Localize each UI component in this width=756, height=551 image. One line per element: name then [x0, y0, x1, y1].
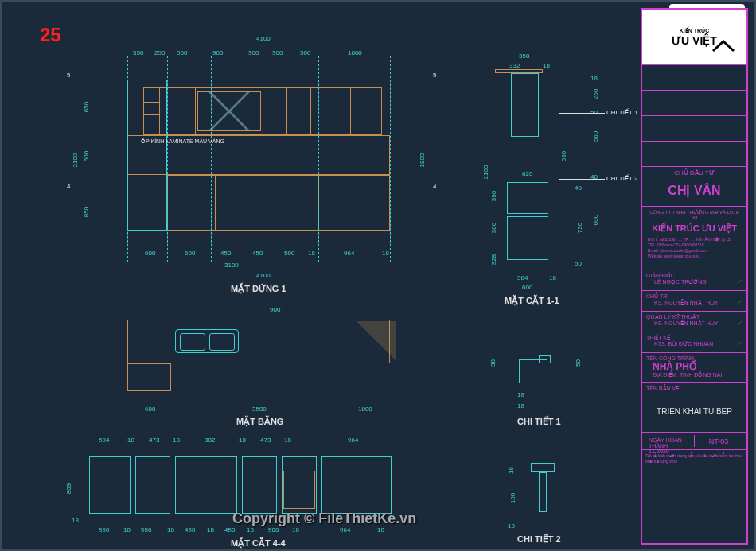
- dim: 18: [127, 437, 134, 444]
- dim: 366: [490, 223, 497, 233]
- dim: 396: [490, 191, 497, 201]
- section-1-1-label: MẶT CẮT 1-1: [505, 296, 559, 306]
- signature-icon: ⟋: [735, 318, 743, 327]
- dim: 450: [185, 526, 195, 534]
- dim: 18: [517, 402, 524, 409]
- dim: 350: [133, 49, 143, 56]
- plan-view: [95, 320, 398, 395]
- lead-row: CHỦ TRÌ KS. NGUYỄN NHẬT HUY ⟋: [642, 291, 746, 312]
- dim: 18: [173, 437, 180, 444]
- dim: 594: [99, 437, 109, 444]
- dim: 900: [270, 306, 280, 313]
- detail-2-leader: CHI TIẾT 2: [606, 175, 637, 182]
- elevation-note: ỐP KÍNH LAMINATE MÀU VÀNG: [141, 138, 224, 145]
- dim: 350: [519, 52, 529, 60]
- dim: 3500: [252, 405, 267, 413]
- dim: 4100: [256, 272, 271, 279]
- detail-1-leader: CHI TIẾT 1: [606, 109, 637, 116]
- title-block: KIẾN TRÚC ƯU VIỆT CHỦ ĐẦU TƯ CHỊ VÂN CÔN…: [641, 8, 748, 545]
- dim: 18: [247, 526, 254, 534]
- dim: 450: [220, 250, 231, 257]
- dim: 450: [224, 526, 235, 534]
- dim: 18: [590, 75, 598, 82]
- dim: 500: [300, 49, 310, 56]
- sec-mark: 5: [433, 72, 436, 79]
- qc-row: QUẢN LÝ KỸ THUẬT KS. NGUYỄN NHẬT HUY ⟋: [642, 312, 746, 332]
- sec-mark: 4: [433, 183, 436, 190]
- dim: 550: [99, 526, 109, 534]
- dim: 40: [575, 184, 582, 192]
- sec-mark: 4: [67, 183, 70, 190]
- signature-icon: ⟋: [735, 339, 743, 347]
- dim: 473: [149, 437, 159, 444]
- dim: 50: [575, 359, 582, 367]
- dim: 18: [377, 526, 384, 534]
- dim: 18: [517, 391, 524, 398]
- elevation-1-view: [95, 80, 398, 254]
- dim: 1000: [358, 405, 372, 413]
- dim: 300: [248, 49, 259, 56]
- dim: 564: [517, 274, 528, 281]
- detail-2-label: CHI TIẾT 2: [517, 534, 561, 545]
- dim: 18: [284, 437, 291, 444]
- dim: 600: [145, 405, 155, 413]
- dim: 18: [508, 467, 515, 474]
- dim: 50: [575, 260, 582, 267]
- section-4-4-label: MẶT CẮT 4-4: [231, 538, 286, 549]
- detail-1-label: CHI TIẾT 1: [517, 417, 561, 427]
- copyright-watermark: Copyright © FileThietKe.vn: [232, 510, 416, 527]
- sec-mark: 5: [67, 72, 70, 79]
- project-cell: TÊN CÔNG TRÌNH NHÀ PHỐ ĐỊA ĐIỂM: TỈNH ĐỒ…: [642, 353, 746, 383]
- dim: 900: [212, 49, 223, 56]
- dim: 1900: [419, 153, 426, 168]
- dim: 809: [65, 483, 72, 494]
- dim: 4100: [256, 35, 271, 42]
- signature-icon: ⟋: [735, 297, 743, 306]
- dim: 328: [490, 254, 497, 265]
- dim: 332: [509, 62, 520, 69]
- dim: 18: [239, 437, 246, 444]
- dim: 500: [268, 526, 279, 534]
- detail-1-view: [503, 347, 567, 403]
- dim: 600: [185, 250, 195, 257]
- dim: 600: [145, 250, 155, 257]
- dim: 18: [308, 250, 315, 257]
- dim: 500: [177, 49, 187, 56]
- plan-label: MẶT BẰNG: [236, 417, 283, 427]
- section-1-1-view: [495, 69, 575, 276]
- dim: 250: [592, 89, 599, 99]
- client-cell: CHỦ ĐẦU TƯ CHỊ VÂN: [642, 167, 746, 207]
- dim: 18: [549, 274, 556, 281]
- dim: 2100: [72, 153, 79, 168]
- sheet-number: NT-03: [695, 435, 742, 447]
- director-row: GIÁM ĐỐC LÊ NGỌC TRƯỜNG ⟋: [642, 270, 746, 291]
- dim: 964: [344, 250, 354, 257]
- drawing-canvas: 4100 350 250 500 900 300 300 500 1000 60…: [33, 17, 638, 534]
- dim: 18: [508, 522, 515, 530]
- dim: 730: [576, 223, 583, 233]
- dim: 18: [167, 526, 174, 534]
- dim: 600: [83, 151, 90, 161]
- dim: 620: [522, 170, 532, 177]
- footer-row: NGÀY HOÀN THÀNH 11-2020 NT-03: [642, 433, 746, 450]
- dim: 18: [123, 526, 131, 534]
- signature-icon: ⟋: [735, 277, 743, 285]
- dim: 600: [592, 215, 599, 225]
- dim: 18: [543, 62, 550, 69]
- dim: 550: [141, 526, 151, 534]
- dim: 3100: [224, 262, 239, 269]
- dim: 882: [205, 437, 215, 444]
- dim: 850: [83, 207, 90, 217]
- dim: 530: [560, 151, 567, 161]
- company-logo: KIẾN TRÚC ƯU VIỆT: [642, 10, 746, 65]
- dim: 18: [72, 517, 79, 524]
- dim: 964: [340, 526, 350, 534]
- designer-row: THIẾT KẾ KTS. BÙI ĐỨC NHUẬN ⟋: [642, 332, 746, 353]
- dim: 18: [292, 526, 299, 534]
- dim: 250: [154, 49, 165, 56]
- detail-2-view: [519, 459, 567, 522]
- dim: 18: [207, 526, 214, 534]
- dim: 560: [592, 131, 599, 142]
- dim: 650: [83, 102, 90, 112]
- dim: 450: [252, 250, 263, 257]
